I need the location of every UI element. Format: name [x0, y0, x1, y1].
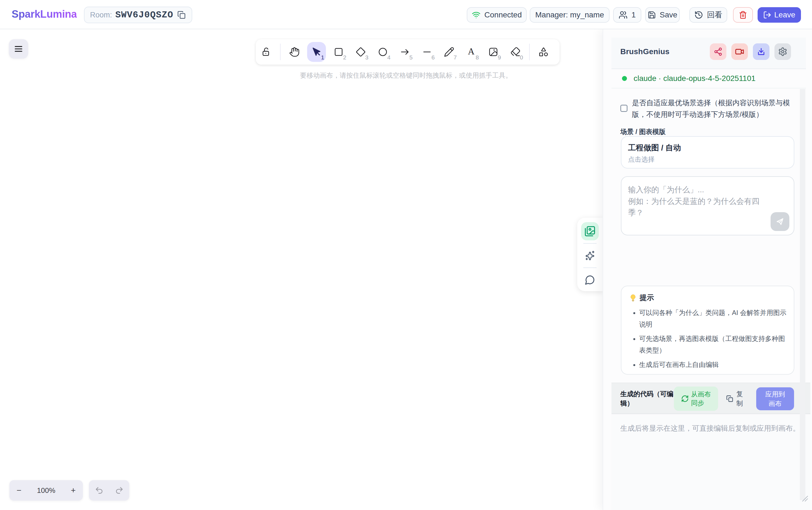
- svg-text:A: A: [468, 47, 474, 56]
